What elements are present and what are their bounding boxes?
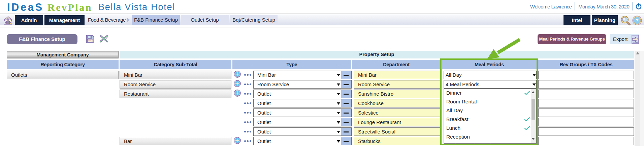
svg-text:?: ? xyxy=(636,18,639,23)
